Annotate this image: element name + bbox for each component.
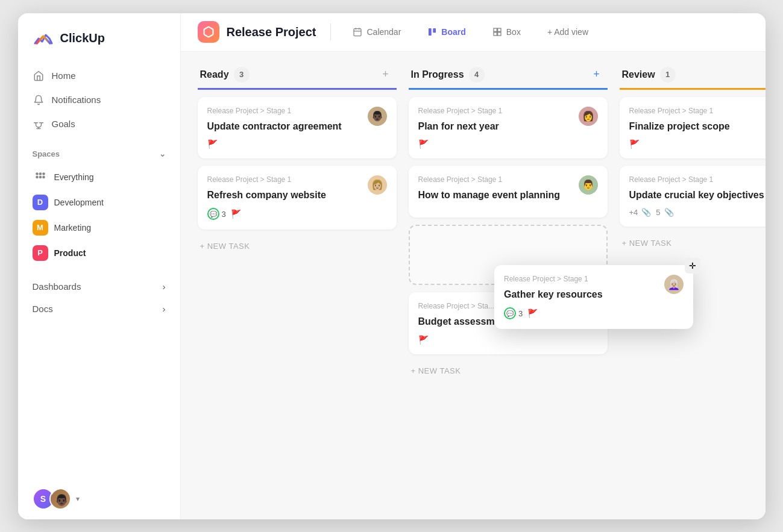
spaces-list: Everything D Development M Marketing xyxy=(25,164,173,266)
sidebar-footer: S 👨🏿 ▾ xyxy=(18,478,180,519)
comment-bubble-icon: 💬 xyxy=(504,307,516,319)
new-task-review-button[interactable]: + NEW TASK xyxy=(620,234,766,252)
flag-yellow-icon: 🚩 xyxy=(418,335,429,345)
spaces-header[interactable]: Spaces ⌄ xyxy=(25,146,173,162)
card-avatar: 👨🏿 xyxy=(368,107,387,126)
topbar-divider xyxy=(330,23,331,40)
sidebar-item-notifications[interactable]: Notifications xyxy=(25,88,173,112)
tab-calendar[interactable]: Calendar xyxy=(345,23,408,40)
chevron-down-icon: ⌄ xyxy=(159,149,166,158)
column-header-inprogress: In Progress 4 + xyxy=(409,66,608,90)
chevron-right-icon: › xyxy=(163,304,166,314)
svg-point-3 xyxy=(39,172,42,175)
attachment-count: +4 📎 xyxy=(629,208,652,217)
svg-rect-15 xyxy=(497,28,500,31)
card-avatar: 👩 xyxy=(579,107,598,126)
spaces-section: Spaces ⌄ Everything D Development xyxy=(18,136,180,266)
sidebar-item-docs[interactable]: Docs › xyxy=(25,298,173,320)
card-avatar: 👩🏼‍🦳 xyxy=(664,275,684,294)
sidebar-nav: Home Notifications Goals xyxy=(18,64,180,136)
sidebar-item-development[interactable]: D Development xyxy=(25,190,173,215)
box-icon xyxy=(492,27,502,37)
calendar-icon xyxy=(353,27,362,37)
topbar: Release Project Calendar Board Box + Add… xyxy=(181,13,766,52)
svg-point-5 xyxy=(39,175,42,178)
app-name: ClickUp xyxy=(60,31,105,45)
svg-point-2 xyxy=(36,172,39,175)
sidebar-logo[interactable]: ClickUp xyxy=(18,28,180,64)
card-finalize-scope[interactable]: Release Project > Stage 1 👩🏼‍🦰 Finalize … xyxy=(620,97,766,158)
drag-handle-icon[interactable]: ✛ xyxy=(685,258,700,274)
sidebar-item-home[interactable]: Home xyxy=(25,64,173,88)
flag-red-icon: 🚩 xyxy=(629,139,640,149)
clickup-logo-icon xyxy=(33,28,54,49)
svg-point-6 xyxy=(42,172,45,175)
new-task-ready-button[interactable]: + NEW TASK xyxy=(198,237,397,255)
tab-box[interactable]: Box xyxy=(485,23,528,40)
svg-point-4 xyxy=(36,175,39,178)
marketing-space-dot: M xyxy=(33,220,48,236)
flag-green-icon: 🚩 xyxy=(527,308,538,318)
card-plan-next-year[interactable]: Release Project > Stage 1 👩 Plan for nex… xyxy=(409,97,608,158)
project-title-area: Release Project xyxy=(198,21,316,43)
sidebar: ClickUp Home Notifications Goals xyxy=(18,13,181,519)
card-update-objectives[interactable]: Release Project > Stage 1 Update crucial… xyxy=(620,166,766,227)
avatar-user: 👨🏿 xyxy=(49,488,71,510)
card-refresh-website[interactable]: Release Project > Stage 1 👩🏼 Refresh com… xyxy=(198,166,397,230)
sidebar-bottom-nav: Dashboards › Docs › xyxy=(18,266,180,320)
user-avatars[interactable]: S 👨🏿 xyxy=(33,488,71,510)
floating-drag-card[interactable]: ✛ Release Project > Stage 1 👩🏼‍🦳 Gather … xyxy=(494,265,693,329)
sidebar-item-goals[interactable]: Goals xyxy=(25,112,173,136)
bell-icon xyxy=(33,94,45,106)
svg-point-7 xyxy=(42,175,45,178)
column-ready: Ready 3 + Release Project > Stage 1 👨🏿 U… xyxy=(198,66,397,256)
development-space-dot: D xyxy=(33,195,48,210)
user-menu-chevron[interactable]: ▾ xyxy=(76,495,80,503)
chevron-right-icon: › xyxy=(163,281,166,292)
paperclip-icon: 📎 xyxy=(641,208,651,217)
sidebar-item-dashboards[interactable]: Dashboards › xyxy=(25,275,173,298)
flag-yellow-icon: 🚩 xyxy=(207,139,218,149)
card-avatar: 👨 xyxy=(579,175,598,195)
add-card-ready-button[interactable]: + xyxy=(377,66,394,83)
product-space-dot: P xyxy=(33,245,48,261)
card-update-contractor[interactable]: Release Project > Stage 1 👨🏿 Update cont… xyxy=(198,97,397,158)
sidebar-item-product[interactable]: P Product xyxy=(25,240,173,266)
comment-count: 💬 3 xyxy=(504,307,523,319)
new-task-inprogress-button[interactable]: + NEW TASK xyxy=(409,361,608,380)
flag-green-icon: 🚩 xyxy=(231,209,241,219)
sidebar-item-marketing[interactable]: M Marketing xyxy=(25,215,173,240)
svg-rect-13 xyxy=(433,28,436,33)
main-content: Release Project Calendar Board Box + Add… xyxy=(181,13,766,519)
column-review: Review 1 + Release Project > Stage 1 👩🏼‍… xyxy=(620,66,766,253)
column-header-ready: Ready 3 + xyxy=(198,66,397,90)
project-icon xyxy=(198,21,219,43)
tab-board[interactable]: Board xyxy=(420,23,473,40)
app-window: ClickUp Home Notifications Goals xyxy=(18,13,766,519)
card-avatar: 👩🏼 xyxy=(368,175,387,195)
paperclip-icon2: 📎 xyxy=(664,208,674,217)
svg-rect-12 xyxy=(429,28,432,36)
card-event-planning[interactable]: Release Project > Stage 1 👨 How to manag… xyxy=(409,166,608,217)
svg-rect-16 xyxy=(494,33,497,36)
attachment-count2: 5 📎 xyxy=(656,208,673,217)
svg-rect-14 xyxy=(494,28,497,31)
svg-rect-17 xyxy=(497,33,500,36)
everything-icon xyxy=(33,169,48,185)
svg-rect-8 xyxy=(354,29,361,36)
column-header-review: Review 1 + xyxy=(620,66,766,90)
board-icon xyxy=(427,27,437,37)
comment-count: 💬 3 xyxy=(207,208,226,220)
page-title: Release Project xyxy=(227,25,316,39)
trophy-icon xyxy=(33,118,45,130)
sidebar-item-everything[interactable]: Everything xyxy=(25,164,173,190)
column-inprogress: In Progress 4 + Release Project > Stage … xyxy=(409,66,608,380)
flag-red-icon: 🚩 xyxy=(418,139,429,149)
add-view-button[interactable]: + Add view xyxy=(540,23,596,40)
comment-bubble-icon: 💬 xyxy=(207,208,219,220)
add-card-inprogress-button[interactable]: + xyxy=(588,66,605,83)
home-icon xyxy=(33,70,45,82)
